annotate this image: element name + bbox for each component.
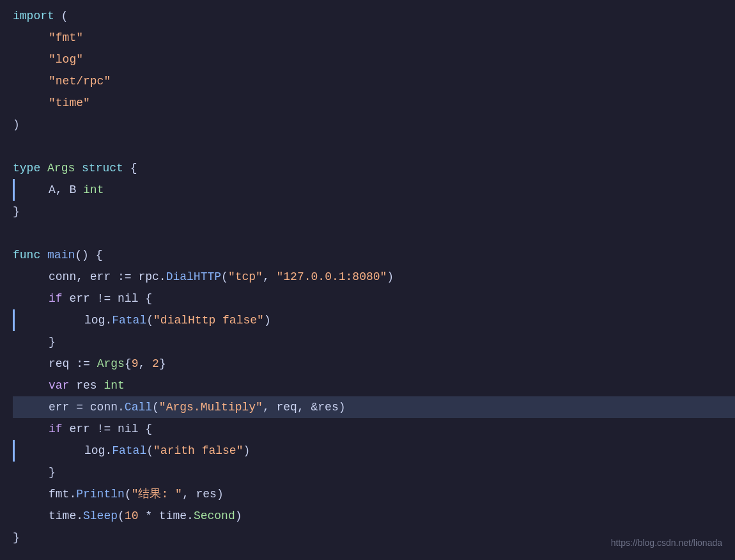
string-tcp: "tcp" — [228, 268, 263, 286]
type-args-2: Args — [97, 355, 125, 373]
line-16: } — [13, 331, 735, 353]
line-bar-if2 — [13, 440, 15, 462]
line-3: "log" — [13, 49, 735, 70]
keyword-type: type — [13, 159, 40, 178]
line-1: import ( — [13, 5, 735, 27]
line-22: } — [13, 462, 735, 483]
line-13: conn, err := rpc. DialHTTP ( "tcp" , "12… — [13, 266, 735, 288]
string-args-multiply: "Args.Multiply" — [159, 398, 263, 417]
keyword-struct: struct — [82, 159, 123, 178]
field-a: A, B — [49, 181, 76, 199]
line-19: err = conn. Call ( "Args.Multiply" , req… — [13, 396, 735, 418]
string-fmt: "fmt" — [49, 29, 83, 47]
line-2: "fmt" — [13, 27, 735, 49]
fn-call: Call — [125, 398, 152, 417]
line-18: var res int — [13, 375, 735, 396]
line-11-empty — [13, 222, 735, 244]
line-17: req := Args { 9 , 2 } — [13, 353, 735, 375]
type-int: int — [83, 181, 104, 199]
fn-sleep: Sleep — [83, 507, 118, 525]
line-5: "time" — [13, 92, 735, 114]
fn-println: Println — [76, 485, 125, 504]
number-2: 2 — [152, 355, 159, 373]
string-dialhttp-false: "dialHttp false" — [153, 311, 264, 330]
line-24: time. Sleep ( 10 * time. Second ) — [13, 505, 735, 527]
line-21: log. Fatal ( "arith false" ) — [13, 440, 735, 462]
line-10: } — [13, 201, 735, 222]
code-block: import ( "fmt" "log" "net/rpc" "time" ) … — [0, 0, 735, 554]
line-4: "net/rpc" — [13, 70, 735, 92]
fn-fatal-2: Fatal — [112, 442, 146, 460]
line-bar-if1 — [13, 309, 15, 331]
fn-main: main — [47, 246, 75, 265]
line-23: fmt. Println ( "结果: " , res ) — [13, 483, 735, 505]
line-6: ) — [13, 114, 735, 136]
string-log: "log" — [49, 51, 83, 69]
string-result: "结果: " — [132, 485, 182, 504]
keyword-if-2: if — [49, 420, 63, 439]
line-15: log. Fatal ( "dialHttp false" ) — [13, 309, 735, 331]
watermark: https://blog.csdn.net/lionada — [611, 536, 722, 550]
string-addr: "127.0.0.1:8080" — [277, 268, 387, 286]
number-9: 9 — [132, 355, 139, 373]
line-8: type Args struct { — [13, 157, 735, 179]
const-second: Second — [194, 507, 235, 525]
keyword-import: import — [13, 7, 54, 26]
number-10: 10 — [125, 507, 139, 525]
fn-fatal-1: Fatal — [112, 311, 146, 330]
line-12: func main () { — [13, 244, 735, 266]
line-bar-indent — [13, 179, 15, 201]
keyword-func: func — [13, 246, 40, 265]
line-9: A, B int — [13, 179, 735, 201]
keyword-if-1: if — [49, 290, 63, 308]
type-args: Args — [47, 159, 75, 178]
line-20: if err != nil { — [13, 418, 735, 440]
type-int-2: int — [104, 377, 124, 395]
line-7-empty — [13, 136, 735, 157]
string-arith-false: "arith false" — [153, 442, 243, 460]
keyword-var: var — [49, 377, 69, 395]
string-netrpc: "net/rpc" — [49, 72, 111, 91]
line-14: if err != nil { — [13, 288, 735, 309]
string-time: "time" — [49, 94, 90, 113]
fn-dialhttp: DialHTTP — [166, 268, 221, 286]
